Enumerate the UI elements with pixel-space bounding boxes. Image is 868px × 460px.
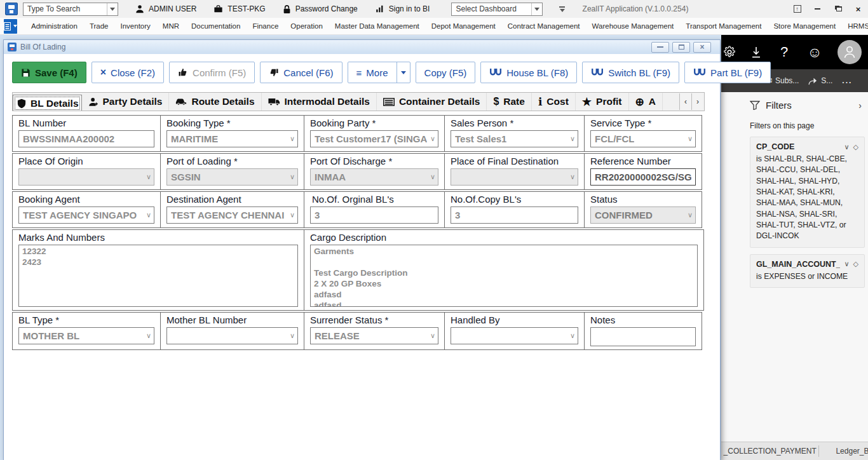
chevron-down-icon[interactable]: ∨ [844,260,849,268]
tab-rate[interactable]: $ Rate [487,93,532,111]
chevron-down-icon: ∨ [290,211,295,219]
copy-button[interactable]: Copy (F5) [416,62,476,83]
tab-party-details[interactable]: Party Details [82,93,170,111]
field-port-of-loading: Port of Loading * SGSIN ∨ [160,153,304,190]
more-options-button[interactable]: ... [842,76,852,85]
close-window-button[interactable]: × [853,4,863,14]
more-dropdown-button[interactable] [397,62,410,83]
copy-bls-input[interactable] [451,206,578,224]
main-menu-button[interactable] [4,19,17,34]
handled-by-select[interactable]: ∨ [451,327,578,344]
final-destination-select[interactable]: ∨ [451,168,578,186]
password-change-button[interactable]: Password Change [283,4,358,14]
tab-profit[interactable]: ★ Profit [576,93,629,111]
destination-agent-select[interactable]: TEST AGENCY CHENNAI ∨ [166,206,298,224]
menu-item-operation[interactable]: Operation [290,22,323,30]
search-dropdown-button[interactable] [107,3,118,15]
menu-item-trade[interactable]: Trade [90,22,109,30]
test-pkg-button[interactable]: TEST-PKG [214,4,265,13]
bl-number-input[interactable] [18,130,154,147]
eraser-icon[interactable]: ◇ [853,143,858,151]
share-button[interactable]: S... [808,76,832,85]
star-icon: ★ [582,95,592,109]
switch-bl-button[interactable]: Switch BL (F9) [582,62,679,83]
sales-person-select[interactable]: Test Sales1 ∨ [451,130,578,147]
bl-type-select[interactable]: MOTHER BL ∨ [18,327,154,344]
pin-window-button[interactable]: ↑ [792,4,802,14]
global-search-combobox[interactable]: Type To Search [23,3,118,16]
menu-item-finance[interactable]: Finance [252,22,278,30]
port-of-loading-select[interactable]: SGSIN ∨ [166,168,298,186]
close-icon: × [100,67,106,78]
close-button[interactable]: × Close (F2) [92,62,164,83]
sign-in-bi-button[interactable]: Sign in to BI [375,4,430,13]
dashboard-combobox[interactable]: Select Dashboard [451,3,543,16]
menu-item-warehouse-management[interactable]: Warehouse Management [592,22,674,30]
chevron-down-icon[interactable]: ∨ [844,143,849,151]
booking-party-select[interactable]: Test Customer17 (SINGA ∨ [310,130,438,147]
field-sales-person: Sales Person * Test Sales1 ∨ [444,115,585,152]
notes-input[interactable] [590,327,696,346]
chevron-down-icon: ∨ [430,135,435,143]
dashboard-dropdown-button[interactable] [531,3,542,15]
toolbar-overflow-button[interactable] [559,6,565,12]
search-input[interactable]: Type To Search [24,3,107,15]
menu-item-mnr[interactable]: MNR [163,22,179,30]
filter-card-header[interactable]: GL_MAIN_ACCOUNT_CO ∨ ◇ [756,260,858,269]
field-surrender-status: Surrender Status * RELEASE ∨ [304,312,445,350]
cargo-description-textarea[interactable]: Garments Test Cargo Description 2 X 20 G… [310,245,698,307]
menu-item-store-management[interactable]: Store Management [773,22,836,30]
status-select[interactable]: CONFIRMED ∨ [590,206,696,224]
restore-button[interactable] [833,4,843,14]
tab-container-details[interactable]: Container Details [377,93,487,111]
admin-user-button[interactable]: ADMIN USER [135,4,196,13]
menu-item-master-data-management[interactable]: Master Data Management [335,22,419,30]
dashboard-select-value[interactable]: Select Dashboard [452,3,531,15]
menu-item-transport-management[interactable]: Transport Management [686,22,761,30]
more-button[interactable]: ≡ More [348,62,397,83]
feedback-smiley-icon[interactable]: ☺ [805,35,824,69]
tab-bl-details[interactable]: BL Details [13,95,82,111]
copy-label: Copy (F5) [424,67,467,78]
marks-and-numbers-textarea[interactable]: 12322 2423 [18,245,298,307]
dialog-close-button[interactable]: × [693,42,711,53]
cancel-button[interactable]: Cancel (F6) [260,62,342,83]
tab-cost[interactable]: i Cost [532,93,576,111]
chevron-down-icon: ∨ [146,173,151,181]
menu-item-hrms[interactable]: HRMS [848,22,868,30]
tab-intermodal-details[interactable]: Intermodal Details [262,93,377,111]
minimize-button[interactable] [813,4,822,14]
mother-bl-number-select[interactable]: ∨ [166,327,298,344]
reference-number-input[interactable] [590,168,696,186]
dialog-maximize-button[interactable] [672,42,690,53]
tab-route-details[interactable]: Route Details [169,93,261,111]
tab-additional[interactable]: ⊕ A [629,93,663,111]
page-tab-ledger[interactable]: Ledger_B [819,447,868,456]
save-button[interactable]: Save (F4) [12,62,86,83]
menu-item-inventory[interactable]: Inventory [121,22,151,30]
service-type-select[interactable]: FCL/FCL ∨ [590,130,696,147]
house-bl-button[interactable]: House BL (F8) [480,62,577,83]
filters-collapse-chevron[interactable]: › [858,100,862,111]
menu-item-documentation[interactable]: Documentation [191,22,240,30]
menu-item-contract-management[interactable]: Contract Management [508,22,580,30]
eraser-icon[interactable]: ◇ [853,260,858,268]
part-bl-button[interactable]: Part BL (F9) [684,62,771,83]
place-of-origin-select[interactable]: ∨ [18,168,154,186]
menu-item-administration[interactable]: Administration [31,22,78,30]
confirm-button[interactable]: Confirm (F5) [169,62,255,83]
dialog-minimize-button[interactable] [651,42,669,53]
help-icon[interactable]: ? [775,35,793,69]
port-of-discharge-select[interactable]: INMAA ∨ [310,168,438,186]
booking-agent-select[interactable]: TEST AGENCY SINGAPO ∨ [18,206,154,224]
avatar[interactable] [836,35,864,69]
surrender-status-select[interactable]: RELEASE ∨ [310,327,438,344]
original-bls-input[interactable] [310,206,438,224]
booking-type-select[interactable]: MARITIME ∨ [166,130,298,147]
menu-item-depot-management[interactable]: Depot Management [431,22,496,30]
filter-card-header[interactable]: CP_CODE ∨ ◇ [756,142,858,151]
tab-scroll-left-button[interactable]: ‹ [679,93,691,110]
tab-label: Intermodal Details [285,96,370,107]
page-tab-collection-payment[interactable]: _COLLECTION_PAYMENT [721,447,818,456]
tab-scroll-right-button[interactable]: › [691,93,703,110]
